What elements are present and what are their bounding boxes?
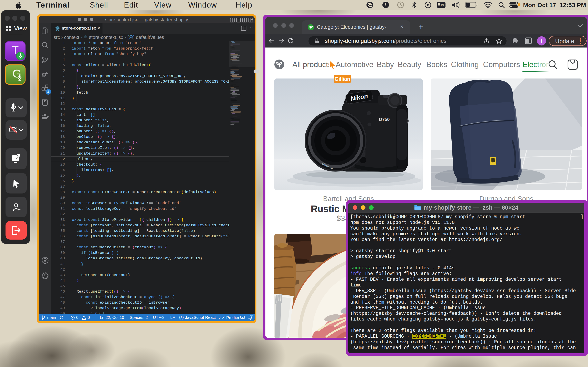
svg-text:D750: D750 bbox=[379, 117, 390, 122]
svg-text:⌘: ⌘ bbox=[441, 3, 444, 7]
